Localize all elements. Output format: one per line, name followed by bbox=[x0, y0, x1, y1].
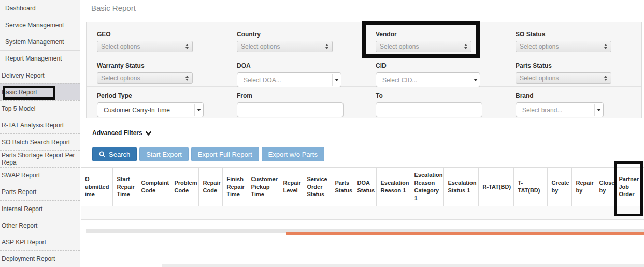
dropdown-caret-icon bbox=[471, 74, 480, 86]
brand-combobox[interactable]: Select brand... bbox=[516, 102, 604, 117]
column-header-close-by[interactable]: Close by bbox=[595, 168, 614, 206]
sidebar-item-basic-report[interactable]: Basic Report bbox=[0, 83, 80, 100]
sidebar-item-internal-report[interactable]: Internal Report bbox=[0, 200, 80, 217]
sidebar-item-label: Other Report bbox=[2, 222, 37, 229]
warranty-status-multiselect-value: Select options bbox=[101, 75, 185, 82]
filter-label: From bbox=[237, 92, 359, 99]
filter-label: Warranty Status bbox=[97, 62, 220, 69]
from-date-input[interactable] bbox=[237, 102, 344, 117]
geo-multiselect-value: Select options bbox=[101, 43, 185, 50]
vendor-multiselect[interactable]: Select options bbox=[376, 41, 471, 52]
column-header-repair-level[interactable]: Repair Level bbox=[279, 168, 303, 206]
sidebar-item-label: Top 5 Model bbox=[2, 105, 35, 112]
updown-caret-icon bbox=[185, 76, 189, 81]
horizontal-scrollbar-thumb[interactable] bbox=[286, 232, 644, 235]
filter-doa: DOA Select DOA... bbox=[226, 58, 365, 87]
to-date-input[interactable] bbox=[376, 102, 482, 117]
updown-caret-icon bbox=[185, 44, 189, 49]
filter-label: Brand bbox=[516, 92, 635, 99]
filter-panel: GEO Select options Country Select option… bbox=[86, 22, 642, 118]
period-type-combobox-value: Customer Carry-In Time bbox=[104, 107, 170, 114]
page-title: Basic Report bbox=[91, 4, 136, 12]
column-header-so-submitted-time[interactable]: O ubmitted ime bbox=[81, 168, 112, 206]
filter-to: To bbox=[365, 87, 505, 118]
export-full-report-button-label: Export Full Report bbox=[198, 151, 252, 158]
sidebar-item-report-management[interactable]: Report Management bbox=[0, 50, 80, 67]
column-header-start-repair-time[interactable]: Start Repair Time bbox=[112, 168, 137, 206]
export-wo-parts-button-label: Export w/o Parts bbox=[268, 151, 318, 158]
sidebar-item-service-management[interactable]: Service Management bbox=[0, 17, 80, 33]
magnifier-icon bbox=[99, 151, 106, 158]
sidebar-item-dashboard[interactable]: Dashboard bbox=[0, 0, 80, 17]
sidebar: Dashboard Service Management System Mana… bbox=[0, 0, 80, 267]
filter-label: Country bbox=[237, 31, 359, 38]
dropdown-caret-icon bbox=[594, 104, 603, 116]
column-header-t-tat-bd[interactable]: T-TAT(BD) bbox=[513, 168, 547, 206]
column-header-doa-status[interactable]: DOA Status bbox=[353, 168, 376, 206]
sidebar-item-other-report[interactable]: Other Report bbox=[0, 217, 80, 233]
column-header-customer-pickup-time[interactable]: Customer Pickup Time bbox=[247, 168, 279, 206]
vendor-multiselect-value: Select options bbox=[380, 43, 464, 50]
sidebar-item-parts-shortage-report[interactable]: Parts Shortage Report Per Repa bbox=[0, 150, 80, 167]
period-type-combobox[interactable]: Customer Carry-In Time bbox=[97, 102, 204, 117]
report-table: O ubmitted ime Start Repair Time Complai… bbox=[81, 167, 644, 220]
sidebar-item-label: Service Management bbox=[5, 22, 64, 29]
export-wo-parts-button[interactable]: Export w/o Parts bbox=[262, 147, 324, 161]
filter-brand: Brand Select brand... bbox=[505, 87, 641, 118]
column-header-escalation-reason-1[interactable]: Escalation Reason 1 bbox=[376, 168, 410, 206]
cid-combobox[interactable]: Select CID... bbox=[376, 72, 480, 87]
cid-combobox-value: Select CID... bbox=[382, 77, 417, 84]
column-header-partner-job-order[interactable]: Partner Job Order bbox=[614, 168, 644, 206]
updown-caret-icon bbox=[604, 76, 607, 81]
sidebar-item-rtat-analysis-report[interactable]: R-TAT Analysis Report bbox=[0, 117, 80, 134]
sidebar-item-so-batch-search-report[interactable]: SO Batch Search Report bbox=[0, 134, 80, 150]
doa-combobox[interactable]: Select DOA... bbox=[237, 72, 341, 87]
filter-geo: GEO Select options bbox=[87, 22, 226, 58]
parts-status-multiselect-value: Select options bbox=[520, 75, 604, 82]
search-button[interactable]: Search bbox=[92, 147, 137, 161]
parts-status-multiselect[interactable]: Select options bbox=[516, 72, 611, 84]
sidebar-item-deployment-report[interactable]: Deployment Report bbox=[0, 250, 80, 267]
country-multiselect[interactable]: Select options bbox=[237, 41, 333, 52]
advanced-filters-toggle[interactable]: Advanced Filters bbox=[92, 129, 152, 137]
so-status-multiselect-value: Select options bbox=[520, 43, 604, 50]
so-status-multiselect[interactable]: Select options bbox=[516, 41, 611, 52]
column-header-problem-code[interactable]: Problem Code bbox=[170, 168, 198, 206]
dropdown-caret-icon bbox=[194, 104, 203, 116]
footer-strip bbox=[162, 264, 644, 267]
sidebar-item-label: SO Batch Search Report bbox=[2, 139, 70, 146]
filter-vendor: Vendor Select options bbox=[365, 22, 505, 58]
column-header-finish-repair-time[interactable]: Finish Repair Time bbox=[222, 168, 247, 206]
column-header-service-order-status[interactable]: Service Order Status bbox=[303, 168, 331, 206]
column-header-repair-by[interactable]: Repair by bbox=[571, 168, 595, 206]
column-header-r-tat-bd[interactable]: R-TAT(BD) bbox=[478, 168, 513, 206]
filter-label: Vendor bbox=[376, 31, 498, 38]
sidebar-item-parts-report[interactable]: Parts Report bbox=[0, 184, 80, 200]
sidebar-item-top-5-model[interactable]: Top 5 Model bbox=[0, 100, 80, 117]
export-full-report-button[interactable]: Export Full Report bbox=[191, 147, 259, 161]
page-header: Basic Report bbox=[81, 0, 644, 16]
filter-label: SO Status bbox=[516, 31, 635, 38]
filter-label: To bbox=[376, 92, 498, 99]
column-header-escalation-reason-category-1[interactable]: Escalation Reason Category 1 bbox=[410, 168, 443, 206]
start-export-button[interactable]: Start Export bbox=[139, 147, 189, 161]
column-header-create-by[interactable]: Create by bbox=[547, 168, 571, 206]
filter-label: Parts Status bbox=[516, 62, 635, 69]
filter-label: GEO bbox=[97, 31, 220, 38]
geo-multiselect[interactable]: Select options bbox=[97, 41, 193, 52]
sidebar-item-label: Parts Shortage Report Per Repa bbox=[2, 152, 80, 166]
column-header-complaint-code[interactable]: Complaint Code bbox=[137, 168, 170, 206]
column-header-parts-status[interactable]: Parts Status bbox=[331, 168, 353, 206]
sidebar-item-swap-report[interactable]: SWAP Report bbox=[0, 167, 80, 184]
warranty-status-multiselect[interactable]: Select options bbox=[97, 72, 193, 84]
filter-period-type: Period Type Customer Carry-In Time bbox=[87, 87, 226, 118]
sidebar-item-asp-kpi-report[interactable]: ASP KPI Report bbox=[0, 234, 80, 250]
sidebar-item-system-management[interactable]: System Management bbox=[0, 34, 80, 50]
sidebar-item-delivery-report[interactable]: Delivery Report bbox=[0, 67, 80, 83]
column-header-escalation-status-1[interactable]: Escalation Status 1 bbox=[443, 168, 478, 206]
filter-warranty-status: Warranty Status Select options bbox=[87, 58, 226, 87]
updown-caret-icon bbox=[325, 44, 328, 49]
filter-from: From bbox=[226, 87, 365, 118]
sidebar-item-label: Delivery Report bbox=[2, 72, 45, 79]
column-header-repair-code[interactable]: Repair Code bbox=[198, 168, 222, 206]
